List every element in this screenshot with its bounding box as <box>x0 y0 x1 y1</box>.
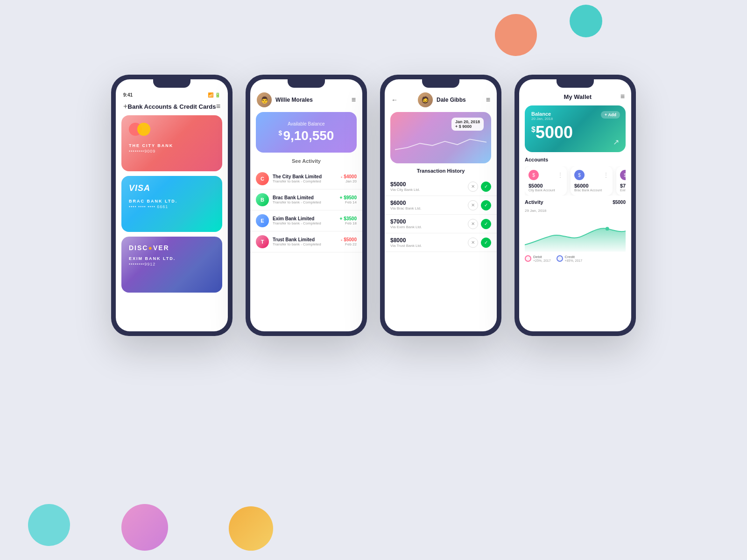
phone-1: 9:41 📶 🔋 + Bank Accounts & Credit Cards … <box>111 75 233 336</box>
balance-amount-4: $5000 <box>531 123 619 142</box>
account-card: $ ⋮ $5000 City Bank Account <box>525 166 567 196</box>
card-number-3: ••••••••9912 <box>129 262 215 266</box>
menu-icon-3[interactable]: ≡ <box>486 96 490 104</box>
reject-button[interactable]: ✕ <box>468 219 478 229</box>
transaction-item: C The City Bank Limited Transfer to bank… <box>250 168 362 189</box>
activity-amount: $5000 <box>613 200 626 205</box>
mastercard-logo <box>129 123 215 136</box>
tx-amount: $8000 <box>390 237 464 244</box>
tx-actions: ✕ ✓ <box>468 219 491 229</box>
approve-button[interactable]: ✓ <box>481 200 491 210</box>
acc-amount-exim: $70 <box>620 183 626 189</box>
status-icons: 📶 🔋 <box>208 92 220 98</box>
card-discover-bank: DISC●VER EXIM BANK LTD. ••••••••9912 <box>121 237 222 293</box>
balance-currency: $ <box>279 129 282 137</box>
phone-1-title: Bank Accounts & Credit Cards <box>128 103 216 110</box>
card-bank-name-3: EXIM BANK LTD. <box>129 256 215 261</box>
avatar-willie: 👨 <box>257 92 272 107</box>
tx-row: $6000 Via Brac Bank Ltd. ✕ ✓ <box>385 196 497 215</box>
t-amount: - $5000 <box>341 237 357 242</box>
activity-chart <box>525 215 626 252</box>
menu-icon-4[interactable]: ≡ <box>620 92 625 101</box>
chart-peak <box>606 227 609 231</box>
t-sub: Transfer to bank - Completed <box>273 200 336 204</box>
phone-1-title-row: + Bank Accounts & Credit Cards ≡ <box>116 99 228 115</box>
avatar-img-dale: 🧔 <box>418 92 433 107</box>
legend-credit: Credit +85%, 2017 <box>557 255 583 262</box>
tx-amount: $5000 <box>390 181 464 188</box>
transaction-item: T Trust Bank Limited Transfer to bank - … <box>250 231 362 252</box>
phone-2-notch <box>288 79 325 88</box>
balance-label: Available Balance <box>263 121 349 126</box>
reject-button[interactable]: ✕ <box>468 238 478 248</box>
deco-circle-teal <box>570 5 602 37</box>
transaction-item: B Brac Bank Limited Transfer to bank - C… <box>250 189 362 210</box>
tx-actions: ✕ ✓ <box>468 182 491 192</box>
t-icon-c: C <box>256 172 269 185</box>
back-button[interactable]: ← <box>391 96 398 104</box>
t-amount: - $4000 <box>341 174 357 179</box>
acc-amount-brac: $6000 <box>574 183 609 189</box>
activity-section: Activity 29 Jan, 2018 $5000 <box>519 199 631 262</box>
reject-button[interactable]: ✕ <box>468 182 478 192</box>
phone-2: 👨 Willie Morales ≡ Available Balance $9,… <box>246 75 367 336</box>
t-amount: + $3500 <box>340 216 357 221</box>
tx-via: Via Brac Bank Ltd. <box>390 206 464 210</box>
see-activity[interactable]: See Activity <box>250 158 362 164</box>
activity-title: Activity <box>525 199 546 205</box>
tx-amount: $6000 <box>390 200 464 206</box>
acc-menu[interactable]: ⋮ <box>603 172 609 178</box>
legend-circle-debit <box>525 255 531 262</box>
legend-debit-pct: +25%, 2017 <box>533 259 551 262</box>
phones-row: 9:41 📶 🔋 + Bank Accounts & Credit Cards … <box>111 75 636 336</box>
transactions-list-2: C The City Bank Limited Transfer to bank… <box>250 168 362 252</box>
deco-circle-pink-bottom <box>121 504 168 551</box>
legend-credit-label: Credit <box>565 255 583 259</box>
t-icon-b: B <box>256 193 269 206</box>
approve-button[interactable]: ✓ <box>481 219 491 229</box>
t-date: Jan 20 <box>341 179 357 183</box>
t-name: Trust Bank Limited <box>273 237 337 242</box>
t-date: Feb 14 <box>340 200 357 204</box>
approve-button[interactable]: ✓ <box>481 182 491 192</box>
user-info-3: 🧔 Dale Gibbs <box>418 92 466 107</box>
phone-4-screen: My Wallet ≡ Balance 20 Jan, 2018 $5000 +… <box>519 79 631 331</box>
acc-icon-city: $ <box>529 170 539 180</box>
t-right: + $9500 Feb 14 <box>340 195 357 204</box>
user-name-2: Willie Morales <box>275 97 313 103</box>
accounts-section: Accounts $ ⋮ $5000 City Bank Account $ <box>519 157 631 199</box>
add-button[interactable]: + Add <box>601 111 620 119</box>
wallet-balance-card: Balance 20 Jan, 2018 $5000 + Add ↗ <box>525 105 626 152</box>
t-info: Brac Bank Limited Transfer to bank - Com… <box>273 195 336 204</box>
tooltip-date: Jan 20, 2018 <box>455 119 480 124</box>
accounts-title: Accounts <box>525 157 626 162</box>
deco-circle-blue-bottom <box>28 504 70 546</box>
tx-row: $5000 Via City Bank Ltd. ✕ ✓ <box>385 177 497 196</box>
tx-via: Via Exim Bank Ltd. <box>390 225 464 229</box>
t-right: - $5000 Feb 22 <box>341 237 357 246</box>
discover-logo: DISC●VER <box>129 244 215 252</box>
tx-row: $7000 Via Exim Bank Ltd. ✕ ✓ <box>385 215 497 233</box>
card-bank-name-2: BRAC BANK LTD. <box>129 199 215 203</box>
account-card: $ ⋮ $6000 Brac Bank Account <box>571 166 613 196</box>
chart-card-3: Jan 20, 2018 + $ 9000 <box>390 112 491 163</box>
acc-menu[interactable]: ⋮ <box>557 172 563 178</box>
tx-amount: $7000 <box>390 218 464 225</box>
tx-info: $6000 Via Brac Bank Ltd. <box>390 200 464 210</box>
deco-circle-salmon <box>495 14 537 56</box>
deco-circle-orange-bottom <box>229 506 273 551</box>
legend-debit: Debit +25%, 2017 <box>525 255 551 262</box>
acc-name-city: City Bank Account <box>529 189 563 192</box>
t-amount: + $9500 <box>340 195 357 200</box>
add-icon[interactable]: + <box>123 102 127 111</box>
acc-name-exim: Exim <box>620 189 626 192</box>
t-name: Exim Bank Limited <box>273 216 336 221</box>
menu-icon[interactable]: ≡ <box>216 102 220 111</box>
approve-button[interactable]: ✓ <box>481 238 491 248</box>
legend-credit-pct: +85%, 2017 <box>565 259 583 262</box>
tx-actions: ✕ ✓ <box>468 238 491 248</box>
activity-chart-svg <box>525 215 626 252</box>
reject-button[interactable]: ✕ <box>468 200 478 210</box>
menu-icon-2[interactable]: ≡ <box>352 96 356 104</box>
tx-info: $8000 Via Trust Bank Ltd. <box>390 237 464 248</box>
